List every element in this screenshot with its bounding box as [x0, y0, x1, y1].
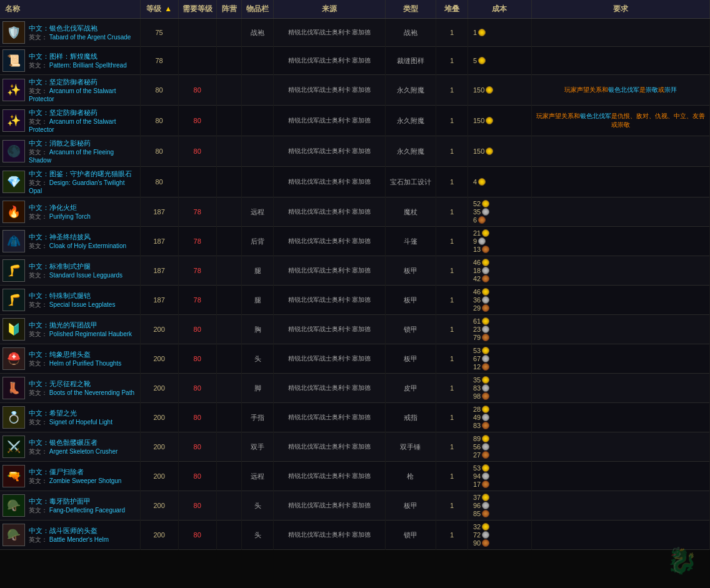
faction [216, 227, 242, 256]
item-type: 双手锤 [385, 432, 436, 462]
item-name-cell: ✨ 中文：坚定防御者秘药 英文： Arcanum of the Stalwart… [0, 106, 140, 136]
cost-number: 85 [473, 510, 481, 517]
cost-number: 83 [473, 384, 481, 392]
col-type[interactable]: 类型 [385, 0, 436, 19]
req-level: 80 [178, 136, 216, 167]
item-name-en: Cloak of Holy Extermination [49, 242, 126, 249]
cost-number: 29 [473, 304, 481, 312]
item-level: 200 [140, 315, 178, 344]
gold-coin-icon [482, 435, 489, 442]
item-name-en: Standard Issue Legguards [49, 272, 122, 279]
table-row: 🔰 中文：抛光的军团战甲 英文： Polished Regimental Hau… [0, 315, 710, 344]
req-level: 80 [178, 432, 216, 462]
table-header: 名称 等级 ▲ 需要等级 阵营 物品栏 来源 类型 堆叠 成本 要求 [0, 0, 710, 19]
item-level: 187 [140, 227, 178, 256]
item-name-cell: 🔫 中文：僵尸扫除者 英文： Zombie Sweeper Shotgun [0, 462, 140, 491]
slot [242, 136, 274, 167]
table-row: 🧥 中文：神圣终结披风 英文： Cloak of Holy Exterminat… [0, 227, 710, 256]
table-row: 👢 中文：无尽征程之靴 英文： Boots of the Neverending… [0, 374, 710, 403]
cost-cell: 895627 [471, 435, 529, 459]
requirement [531, 344, 709, 374]
cost-number: 35 [473, 376, 481, 384]
slot [242, 106, 274, 136]
table-row: 💍 中文：希望之光 英文： Signet of Hopeful Light 20… [0, 403, 710, 432]
req-level: 78 [178, 286, 216, 315]
item-icon: 🧥 [2, 230, 25, 252]
item-name-en: Polished Regimental Hauberk [49, 331, 132, 337]
table-row: 🪖 中文：毒牙防护面甲 英文： Fang-Deflecting Faceguar… [0, 491, 710, 521]
col-faction[interactable]: 阵营 [216, 0, 242, 19]
cost: 150 [468, 75, 531, 106]
faction [216, 167, 242, 197]
req-level: 78 [178, 197, 216, 227]
cost-number: 61 [473, 317, 481, 325]
item-name-cn: 中文：神圣终结披风 [29, 232, 126, 242]
gold-coin-icon [482, 494, 489, 501]
cost-cell: 463629 [471, 288, 529, 312]
cost: 327290 [468, 521, 531, 550]
item-name-cell: 📜 中文：图样：辉煌魔线 英文： Pattern: Brilliant Spel… [0, 47, 140, 75]
item-level: 200 [140, 521, 178, 550]
cost-cell: 4 [471, 178, 529, 186]
col-req-level[interactable]: 需要等级 [178, 0, 216, 19]
item-level: 80 [140, 167, 178, 197]
item-name-en-label: 英文： Pattern: Brilliant Spellthread [29, 61, 127, 70]
item-name-en: Pattern: Brilliant Spellthread [49, 62, 127, 69]
source: 精锐北伐军战士奥利卡 塞加德 [274, 19, 385, 47]
table-row: 🔥 中文：净化火炬 英文： Purifying Torch 187 78 远程 … [0, 197, 710, 227]
item-name-en: Arcanum of the Stalwart Protector [29, 118, 116, 133]
item-icon: 👢 [2, 377, 25, 399]
item-type: 锁甲 [385, 315, 436, 344]
cost: 536712 [468, 344, 531, 374]
col-name[interactable]: 名称 [0, 0, 140, 19]
gold-coin-icon [482, 200, 489, 207]
item-name-cn: 中文：坚定防御者秘药 [29, 77, 138, 87]
item-name-cell: 🪖 中文：毒牙防护面甲 英文： Fang-Deflecting Faceguar… [0, 491, 140, 521]
faction [216, 315, 242, 344]
cost-number: 46 [473, 288, 481, 296]
item-icon: 🔥 [2, 201, 25, 223]
col-stack[interactable]: 堆叠 [436, 0, 468, 19]
source: 精锐北伐军战士奥利卡 塞加德 [274, 256, 385, 286]
requirement [531, 315, 709, 344]
cost-number: 6 [473, 216, 477, 224]
cost-cell: 536712 [471, 347, 529, 371]
stack: 1 [436, 315, 468, 344]
col-source[interactable]: 来源 [274, 0, 385, 19]
req-level [178, 19, 216, 47]
item-name-en-label: 英文： Cloak of Holy Extermination [29, 242, 126, 251]
cost-number: 18 [473, 267, 481, 274]
faction [216, 403, 242, 432]
item-icon: ✨ [2, 109, 25, 132]
item-type: 戒指 [385, 403, 436, 432]
item-name-cn: 中文：特殊制式腿铠 [29, 291, 115, 301]
cost-number: 72 [473, 531, 481, 539]
item-name-cell: 🛡️ 中文：银色北伐军战袍 英文： Tabard of the Argent C… [0, 19, 140, 47]
item-name-en: Purifying Torch [49, 213, 91, 220]
col-req[interactable]: 要求 [531, 0, 709, 19]
col-cost[interactable]: 成本 [468, 0, 531, 19]
item-type: 板甲 [385, 286, 436, 315]
source: 精锐北伐军战士奥利卡 塞加德 [274, 167, 385, 197]
col-level[interactable]: 等级 ▲ [140, 0, 178, 19]
stack: 1 [436, 403, 468, 432]
item-name-cn: 中文：希望之光 [29, 409, 112, 418]
item-name-cell: 🔰 中文：抛光的军团战甲 英文： Polished Regimental Hau… [0, 315, 140, 344]
item-name-cn: 中文：坚定防御者秘药 [29, 108, 138, 117]
slot: 后背 [242, 227, 274, 256]
cost-number: 94 [473, 472, 481, 480]
item-level: 200 [140, 432, 178, 462]
cost-number: 49 [473, 414, 481, 421]
item-name-cn: 中文：图鉴：守护者的曙光猫眼石 [29, 169, 138, 179]
cost: 52356 [468, 197, 531, 227]
item-icon: 🪖 [2, 524, 25, 546]
slot: 手指 [242, 403, 274, 432]
item-type: 斗篷 [385, 227, 436, 256]
stack: 1 [436, 491, 468, 521]
item-name-cell: ⛑️ 中文：纯象思维头盔 英文： Helm of Purified Though… [0, 344, 140, 374]
gold-coin-icon [482, 259, 489, 266]
requirement [531, 462, 709, 491]
req-level [178, 47, 216, 75]
col-slot[interactable]: 物品栏 [242, 0, 274, 19]
req-level [178, 167, 216, 197]
